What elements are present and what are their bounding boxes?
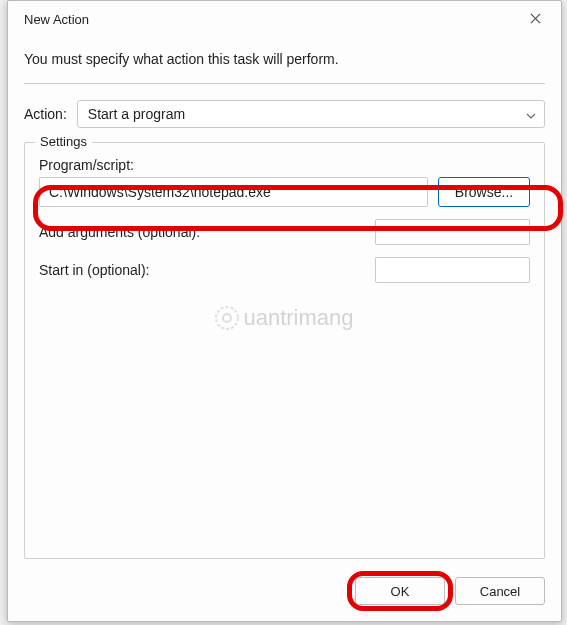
instruction-text: You must specify what action this task w…: [24, 51, 545, 77]
dialog-footer: OK Cancel: [8, 567, 561, 621]
program-row: Program/script: Browse...: [39, 157, 530, 207]
browse-button[interactable]: Browse...: [438, 177, 530, 207]
arguments-input[interactable]: [375, 219, 530, 245]
action-row: Action: Start a program: [24, 100, 545, 128]
program-label: Program/script:: [39, 157, 530, 173]
window-title: New Action: [24, 12, 89, 27]
action-label: Action:: [24, 106, 67, 122]
startin-input[interactable]: [375, 257, 530, 283]
startin-row: Start in (optional):: [39, 257, 530, 283]
cancel-button[interactable]: Cancel: [455, 577, 545, 605]
titlebar: New Action: [8, 1, 561, 37]
dialog-content: You must specify what action this task w…: [8, 37, 561, 567]
new-action-dialog: New Action You must specify what action …: [7, 0, 562, 622]
arguments-label: Add arguments (optional):: [39, 224, 200, 240]
divider: [24, 83, 545, 84]
settings-fieldset: Settings Program/script: Browse... Add a…: [24, 142, 545, 559]
arguments-row: Add arguments (optional):: [39, 219, 530, 245]
chevron-down-icon: [526, 106, 536, 122]
program-script-input[interactable]: [39, 177, 428, 207]
close-icon: [530, 11, 541, 27]
close-button[interactable]: [521, 5, 549, 33]
action-selected-value: Start a program: [88, 106, 185, 122]
startin-label: Start in (optional):: [39, 262, 150, 278]
action-select[interactable]: Start a program: [77, 100, 545, 128]
ok-button[interactable]: OK: [355, 577, 445, 605]
settings-legend: Settings: [35, 134, 92, 149]
